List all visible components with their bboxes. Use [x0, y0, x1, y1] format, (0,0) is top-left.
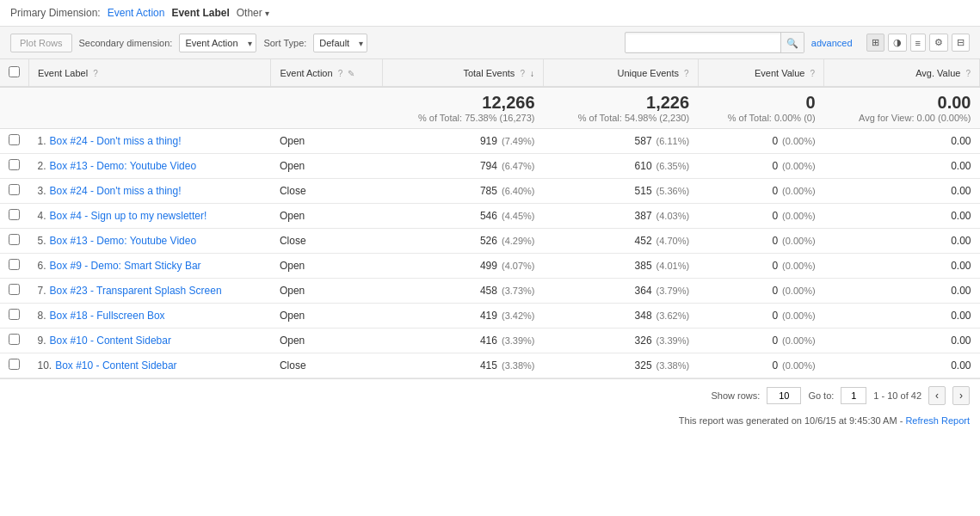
- row-label-link[interactable]: Box #23 - Transparent Splash Screen: [50, 285, 222, 297]
- total-events-pct: (3.42%): [502, 310, 535, 321]
- summary-total-events-pct: % of Total: 75.38% (16,273): [391, 113, 535, 123]
- settings-view-button[interactable]: ⚙: [929, 34, 948, 52]
- row-total-events-cell: 919(7.49%): [383, 129, 544, 154]
- unique-events-pct: (5.36%): [656, 186, 690, 196]
- total-events-sort-arrow[interactable]: ↓: [530, 69, 534, 78]
- event-action-link[interactable]: Event Action: [108, 7, 165, 19]
- summary-event-value-value: 0: [706, 93, 816, 113]
- grid-view-button[interactable]: ⊞: [866, 34, 884, 52]
- row-label-link[interactable]: Box #24 - Don't miss a thing!: [50, 135, 182, 147]
- row-checkbox[interactable]: [9, 284, 20, 295]
- summary-event-value-pct: % of Total: 0.00% (0): [706, 113, 816, 123]
- row-checkbox[interactable]: [9, 234, 20, 245]
- row-checkbox[interactable]: [9, 334, 20, 345]
- report-footer-text: This report was generated on 10/6/15 at …: [679, 415, 903, 426]
- row-checkbox[interactable]: [9, 159, 20, 170]
- row-label-link[interactable]: Box #9 - Demo: Smart Sticky Bar: [50, 260, 201, 272]
- list-view-button[interactable]: ≡: [910, 34, 926, 52]
- row-label-link[interactable]: Box #13 - Demo: Youtube Video: [50, 235, 197, 247]
- alt-grid-view-button[interactable]: ⊟: [952, 34, 970, 52]
- unique-events-value: 348: [635, 310, 652, 322]
- row-total-events-cell: 546(4.45%): [383, 204, 544, 229]
- rows-per-page-input[interactable]: [767, 387, 801, 404]
- table-row: 1.Box #24 - Don't miss a thing!Open919(7…: [0, 129, 980, 154]
- row-action-cell: Open: [271, 304, 383, 329]
- row-event-value-cell: 0(0.00%): [698, 353, 824, 378]
- event-value-value: 0: [772, 335, 778, 347]
- event-label-link[interactable]: Event Label: [171, 7, 229, 19]
- row-label-link[interactable]: Box #10 - Content Sidebar: [50, 335, 171, 347]
- row-unique-events-cell: 515(5.36%): [544, 179, 699, 204]
- table-row: 9.Box #10 - Content SidebarOpen416(3.39%…: [0, 329, 980, 353]
- summary-unique-events-cell: 1,226 % of Total: 54.98% (2,230): [544, 87, 699, 129]
- event-action-edit-icon[interactable]: ✎: [348, 69, 354, 78]
- unique-events-pct: (4.01%): [656, 261, 690, 271]
- row-unique-events-cell: 452(4.70%): [544, 229, 699, 254]
- row-checkbox[interactable]: [9, 359, 20, 370]
- summary-label-cell: [29, 87, 271, 129]
- row-event-value-cell: 0(0.00%): [698, 179, 824, 204]
- row-avg-value-cell: 0.00: [824, 254, 980, 279]
- row-checkbox[interactable]: [9, 309, 20, 320]
- row-avg-value-cell: 0.00: [824, 229, 980, 254]
- total-events-help-icon[interactable]: ?: [520, 69, 525, 78]
- event-value-pct: (0.00%): [782, 261, 816, 271]
- plot-rows-button[interactable]: Plot Rows: [10, 34, 72, 52]
- unique-events-pct: (6.11%): [656, 136, 690, 146]
- page-range: 1 - 10 of 42: [873, 390, 921, 401]
- pie-view-button[interactable]: ◑: [888, 34, 907, 52]
- row-label-link[interactable]: Box #18 - Fullscreen Box: [50, 310, 165, 322]
- row-event-value-cell: 0(0.00%): [698, 129, 824, 154]
- event-label-help-icon[interactable]: ?: [93, 69, 98, 78]
- search-button[interactable]: 🔍: [780, 33, 804, 52]
- goto-page-input[interactable]: [841, 387, 866, 404]
- table-row: 7.Box #23 - Transparent Splash ScreenOpe…: [0, 279, 980, 304]
- row-label-link[interactable]: Box #4 - Sign up to my newsletter!: [50, 210, 207, 222]
- row-label-link[interactable]: Box #24 - Don't miss a thing!: [50, 185, 182, 197]
- row-checkbox-cell: [0, 304, 29, 329]
- row-checkbox-cell: [0, 229, 29, 254]
- event-value-pct: (0.00%): [782, 186, 816, 196]
- event-action-help-icon[interactable]: ?: [338, 69, 343, 78]
- table-row: 10.Box #10 - Content SidebarClose415(3.3…: [0, 353, 980, 378]
- avg-value-help-icon[interactable]: ?: [965, 69, 971, 78]
- search-input[interactable]: [626, 34, 780, 52]
- secondary-dimension-select[interactable]: Event Action: [179, 34, 256, 52]
- row-checkbox[interactable]: [9, 184, 20, 195]
- row-unique-events-cell: 385(4.01%): [544, 254, 699, 279]
- total-events-pct: (3.73%): [502, 286, 535, 296]
- prev-page-button[interactable]: ‹: [928, 386, 946, 405]
- select-all-checkbox[interactable]: [9, 66, 20, 77]
- advanced-link[interactable]: advanced: [811, 38, 853, 48]
- row-action-cell: Open: [271, 204, 383, 229]
- row-label-link[interactable]: Box #10 - Content Sidebar: [55, 359, 176, 372]
- event-value-value: 0: [772, 359, 778, 372]
- unique-events-value: 587: [635, 135, 652, 147]
- row-label-cell: 10.Box #10 - Content Sidebar: [29, 353, 271, 378]
- row-event-value-cell: 0(0.00%): [698, 154, 824, 179]
- row-label-link[interactable]: Box #13 - Demo: Youtube Video: [50, 160, 197, 172]
- other-dropdown-btn[interactable]: Other: [237, 7, 269, 19]
- sec-dim-label: Secondary dimension:: [79, 38, 173, 48]
- sort-type-wrapper: Default: [313, 34, 367, 52]
- sort-type-select[interactable]: Default: [313, 34, 367, 52]
- row-avg-value-cell: 0.00: [824, 204, 980, 229]
- unique-events-help-icon[interactable]: ?: [684, 69, 689, 78]
- row-label-cell: 6.Box #9 - Demo: Smart Sticky Bar: [29, 254, 271, 279]
- row-avg-value-cell: 0.00: [824, 279, 980, 304]
- row-number: 4.: [38, 210, 46, 222]
- next-page-button[interactable]: ›: [952, 386, 970, 405]
- row-checkbox[interactable]: [9, 259, 20, 270]
- row-action-cell: Open: [271, 254, 383, 279]
- event-value-pct: (0.00%): [782, 286, 816, 296]
- row-total-events-cell: 785(6.40%): [383, 179, 544, 204]
- table-row: 5.Box #13 - Demo: Youtube VideoClose526(…: [0, 229, 980, 254]
- row-label-cell: 7.Box #23 - Transparent Splash Screen: [29, 279, 271, 304]
- event-value-help-icon[interactable]: ?: [811, 69, 816, 78]
- table-row: 6.Box #9 - Demo: Smart Sticky BarOpen499…: [0, 254, 980, 279]
- row-checkbox[interactable]: [9, 209, 20, 220]
- row-checkbox[interactable]: [9, 134, 20, 145]
- row-event-value-cell: 0(0.00%): [698, 304, 824, 329]
- row-number: 9.: [38, 335, 46, 347]
- refresh-report-link[interactable]: Refresh Report: [905, 415, 970, 426]
